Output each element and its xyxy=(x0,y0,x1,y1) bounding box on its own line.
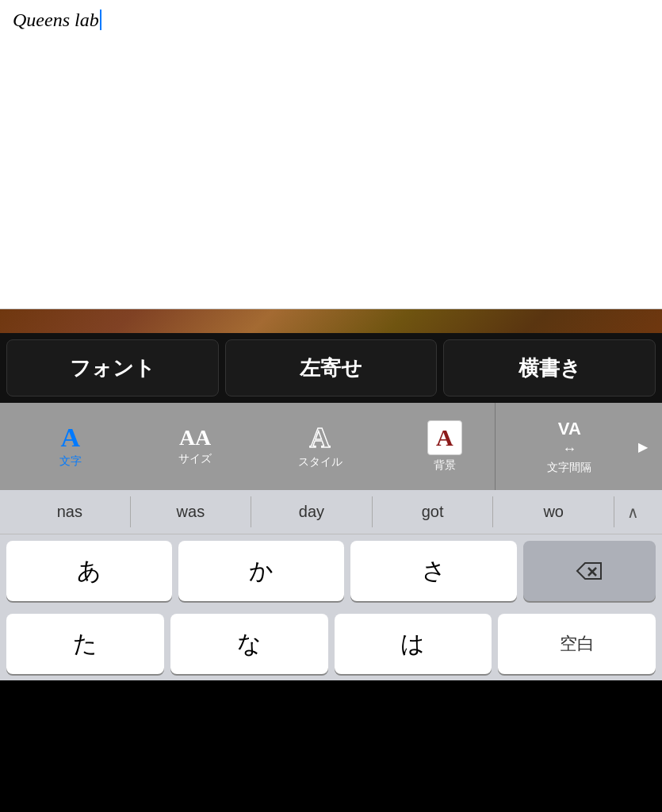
spacing-va-text: VA xyxy=(558,419,581,439)
autocomplete-wo[interactable]: wo xyxy=(493,496,614,527)
keyboard-row-1: あ か さ xyxy=(0,534,662,607)
style-label: スタイル xyxy=(298,455,342,469)
spacing-icon-group: VA ↔ xyxy=(558,419,581,458)
spacing-label: 文字間隔 xyxy=(547,461,591,475)
size-icon: AA xyxy=(179,427,211,449)
key-na[interactable]: な xyxy=(170,614,328,674)
more-arrow-button[interactable]: ▶ xyxy=(632,435,654,458)
key-ha[interactable]: は xyxy=(335,614,492,674)
key-a[interactable]: あ xyxy=(6,541,172,601)
background-photo-strip xyxy=(0,309,662,333)
moji-label: 文字 xyxy=(59,454,82,469)
bg-icon-box: A xyxy=(427,420,462,455)
japanese-keyboard: あ か さ た な は 空白 xyxy=(0,534,662,680)
text-format-toolbar: フォント 左寄せ 横書き xyxy=(0,333,662,403)
delete-key[interactable] xyxy=(523,541,656,601)
bg-label: 背景 xyxy=(434,458,456,473)
autocomplete-was[interactable]: was xyxy=(131,496,252,527)
text-cursor xyxy=(100,10,101,30)
text-editor[interactable]: Queens lab xyxy=(0,0,662,309)
key-sa[interactable]: さ xyxy=(350,541,516,601)
direction-button[interactable]: 横書き xyxy=(443,339,656,396)
format-item-spacing[interactable]: VA ↔ 文字間隔 xyxy=(507,407,632,486)
editor-content: Queens lab xyxy=(0,0,662,40)
font-button[interactable]: フォント xyxy=(6,339,219,396)
autocomplete-nas[interactable]: nas xyxy=(10,496,131,527)
moji-icon: A xyxy=(60,424,80,451)
autocomplete-bar: nas was day got wo ∧ xyxy=(0,490,662,534)
style-icon: A xyxy=(310,423,331,452)
size-label: サイズ xyxy=(178,452,212,466)
format-item-style[interactable]: A スタイル xyxy=(258,407,382,486)
delete-icon xyxy=(575,560,603,582)
keyboard-hide-button[interactable]: ∧ xyxy=(614,503,652,522)
autocomplete-day[interactable]: day xyxy=(251,496,373,527)
format-item-size[interactable]: AA サイズ xyxy=(132,407,257,486)
editor-text: Queens lab xyxy=(13,10,99,31)
spacing-arrows: ↔ xyxy=(562,441,576,458)
toolbar-divider xyxy=(495,403,496,490)
format-item-bg[interactable]: A 背景 xyxy=(382,407,507,486)
format-item-moji[interactable]: A 文字 xyxy=(8,407,132,486)
bg-icon: A xyxy=(436,424,453,451)
format-icon-toolbar: A 文字 AA サイズ A スタイル A 背景 VA ↔ 文字間隔 ▶ xyxy=(0,403,662,490)
keyboard-row-2: た な は 空白 xyxy=(0,607,662,680)
align-button[interactable]: 左寄せ xyxy=(225,339,438,396)
key-ta[interactable]: た xyxy=(6,614,164,674)
key-ka[interactable]: か xyxy=(178,541,344,601)
space-key[interactable]: 空白 xyxy=(498,614,656,674)
autocomplete-got[interactable]: got xyxy=(373,496,494,527)
